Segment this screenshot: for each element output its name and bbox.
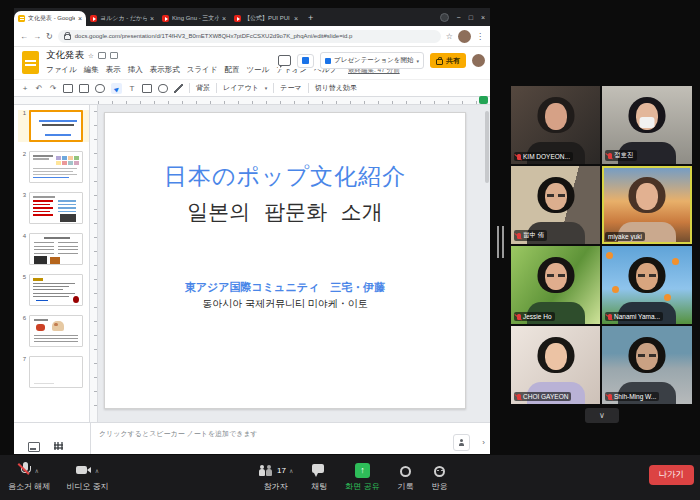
participant-tile[interactable]: CHOI GAYEON — [511, 326, 600, 404]
participant-tile[interactable]: Jessie Ho — [511, 246, 600, 324]
slide-thumbnail-preview[interactable] — [29, 110, 83, 142]
speaker-notes-input[interactable]: クリックするとスピーカー ノートを追加できます › — [90, 423, 490, 454]
browser-menu-icon[interactable]: ⋮ — [476, 32, 484, 41]
participant-tile[interactable]: Nanami Yama... — [602, 246, 692, 324]
slide-thumbnail[interactable]: 4 — [18, 233, 89, 265]
slide-subtitle-japanese[interactable]: 東アジア国際コミュニティ 三宅・伊藤 — [105, 280, 465, 295]
menu-item[interactable]: ツール — [246, 65, 269, 75]
presenter-view-icon[interactable] — [297, 54, 314, 68]
notes-expand-chevron-icon[interactable]: › — [482, 438, 485, 447]
new-slide-icon[interactable]: + — [21, 83, 29, 94]
bookmark-star-icon[interactable]: ☆ — [446, 32, 453, 41]
video-options-chevron-icon[interactable]: ∧ — [95, 467, 99, 474]
slide-title-korean[interactable]: 일본의 팝문화 소개 — [105, 198, 465, 226]
slide-thumbnail[interactable]: 7 — [18, 356, 89, 388]
stop-video-button[interactable]: ∧ 비디오 중지 — [66, 462, 108, 492]
reload-icon[interactable]: ↻ — [46, 32, 53, 41]
zoom-tool-icon[interactable] — [95, 84, 105, 93]
background-button[interactable]: 背景 — [196, 83, 210, 93]
collapse-videos-button[interactable]: ∨ — [585, 408, 619, 423]
participant-tile[interactable]: miyake yuki — [602, 166, 692, 244]
start-presentation-button[interactable]: プレゼンテーションを開始 ▾ — [320, 52, 424, 69]
menu-item[interactable]: 配置 — [224, 65, 239, 75]
comment-history-icon[interactable] — [278, 55, 291, 66]
slide-thumbnail[interactable]: 6 — [18, 315, 89, 347]
text-box-icon[interactable]: T — [128, 83, 136, 94]
filmstrip-view-icon[interactable] — [28, 442, 40, 452]
browser-tab[interactable]: King Gnu - 三文小説 - YouTube× — [158, 11, 230, 26]
participants-options-chevron-icon[interactable]: ∧ — [289, 467, 293, 474]
menu-item[interactable]: 表示形式 — [150, 65, 180, 75]
image-icon[interactable] — [142, 84, 152, 93]
browser-avatar[interactable] — [458, 30, 471, 43]
back-icon[interactable]: ← — [20, 32, 28, 41]
leave-meeting-button[interactable]: 나가기 — [649, 465, 695, 485]
participant-tile[interactable]: 畠中 侑 — [511, 166, 600, 244]
chat-button[interactable]: 채팅 — [311, 462, 327, 492]
slide-thumbnail[interactable]: 2 — [18, 151, 89, 183]
browser-tab[interactable]: 【公式】PUI PUI モルカー 第1話 - YouTube× — [230, 11, 302, 26]
document-title[interactable]: 文化発表 — [46, 49, 84, 62]
participants-button[interactable]: 17 ∧ 참가자 — [258, 462, 293, 492]
unmute-button[interactable]: ∧ 음소거 해제 — [8, 462, 50, 492]
tab-close-icon[interactable]: × — [294, 15, 298, 22]
slide-thumbnail-preview[interactable] — [29, 192, 83, 224]
theme-button[interactable]: テーマ — [280, 83, 301, 93]
tab-close-icon[interactable]: × — [78, 15, 82, 22]
slide-thumbnail-preview[interactable] — [29, 274, 83, 306]
tab-close-icon[interactable]: × — [150, 15, 154, 22]
redo-icon[interactable]: ↷ — [49, 83, 57, 94]
undo-icon[interactable]: ↶ — [35, 83, 43, 94]
slide-thumbnail-preview[interactable] — [29, 151, 83, 183]
participant-tile[interactable]: KIM DOYEON... — [511, 86, 600, 164]
participant-tile[interactable]: Shih-Ming W... — [602, 326, 692, 404]
present-options-caret[interactable]: ▾ — [416, 58, 419, 64]
reactions-button[interactable]: 반응 — [432, 462, 448, 492]
close-window-button[interactable]: × — [481, 14, 485, 21]
minimize-button[interactable]: − — [457, 14, 461, 21]
forward-icon[interactable]: → — [33, 32, 41, 41]
print-icon[interactable] — [63, 84, 73, 93]
account-avatar[interactable] — [472, 54, 485, 67]
extension-badge-icon[interactable] — [479, 96, 488, 104]
star-document-icon[interactable]: ☆ — [88, 52, 94, 60]
slide-title-japanese[interactable]: 日本のポップ文化紹介 — [105, 161, 465, 192]
shape-icon[interactable] — [158, 84, 168, 93]
menu-item[interactable]: ファイル — [46, 65, 77, 75]
current-slide[interactable]: 日本のポップ文化紹介 일본의 팝문화 소개 東アジア国際コミュニティ 三宅・伊藤… — [104, 112, 466, 409]
panel-resize-handle[interactable] — [497, 226, 504, 258]
browser-tab[interactable]: 文化発表 - Google スライド× — [14, 11, 86, 26]
move-folder-icon[interactable] — [98, 52, 106, 59]
share-button[interactable]: 共有 — [430, 53, 466, 68]
select-icon[interactable]: ▶ — [111, 83, 122, 94]
participant-tile[interactable]: 정호진 — [602, 86, 692, 164]
paint-format-icon[interactable] — [79, 84, 89, 93]
new-tab-button[interactable]: + — [308, 13, 313, 23]
slide-subtitle-korean[interactable]: 동아시아 국제커뮤니티 미야케・이토 — [105, 297, 465, 311]
menu-item[interactable]: スライド — [187, 65, 218, 75]
profile-icon[interactable] — [440, 13, 449, 22]
menu-item[interactable]: 表示 — [106, 65, 121, 75]
slide-thumbnail[interactable]: 5 — [18, 274, 89, 306]
slide-thumbnail-preview[interactable] — [29, 356, 83, 388]
layout-caret[interactable]: ▾ — [265, 85, 268, 91]
line-icon[interactable] — [174, 84, 183, 93]
canvas-scrollbar[interactable] — [485, 111, 489, 183]
slide-thumbnail[interactable]: 3 — [18, 192, 89, 224]
slide-thumbnail-preview[interactable] — [29, 315, 83, 347]
menu-item[interactable]: 挿入 — [128, 65, 143, 75]
slide-thumbnail[interactable]: 1 — [18, 110, 89, 142]
transition-button[interactable]: 切り替え効果 — [315, 83, 357, 93]
maximize-button[interactable]: □ — [469, 14, 473, 21]
address-field[interactable]: docs.google.com/presentation/d/1T4fHV3_B… — [58, 30, 441, 43]
slide-thumbnail-preview[interactable] — [29, 233, 83, 265]
grid-view-icon[interactable] — [54, 442, 63, 450]
explore-button[interactable] — [453, 434, 470, 451]
tab-close-icon[interactable]: × — [222, 15, 226, 22]
browser-tab[interactable]: ヨルシカ - だから僕は音楽を辞めた - YouTube× — [86, 11, 158, 26]
record-button[interactable]: 기록 — [398, 462, 414, 492]
layout-button[interactable]: レイアウト — [223, 83, 259, 93]
share-screen-button[interactable]: ↑ 화면 공유 — [345, 462, 379, 492]
audio-options-chevron-icon[interactable]: ∧ — [34, 467, 38, 474]
menu-item[interactable]: 編集 — [84, 65, 99, 75]
